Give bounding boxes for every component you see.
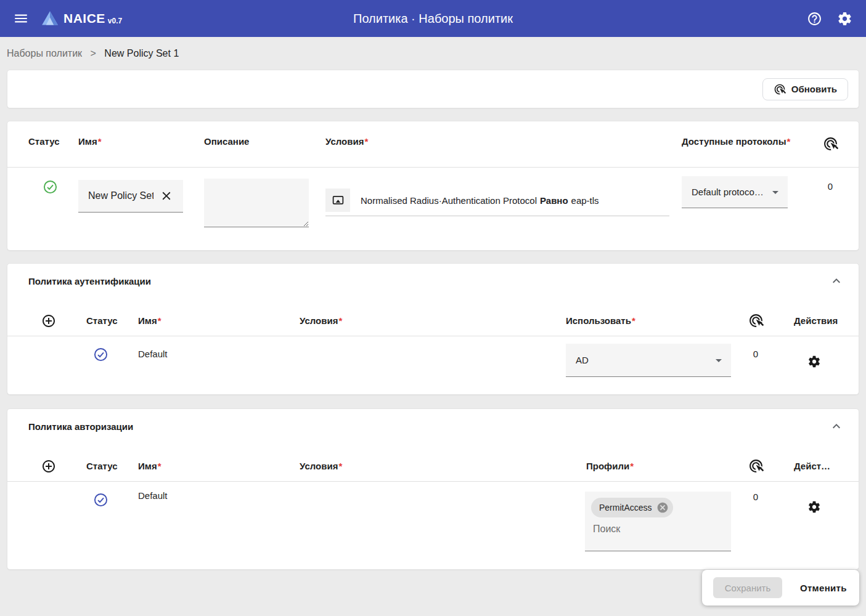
app-brand: NAICE v0.7 <box>41 10 122 27</box>
col-header-hits <box>802 136 859 152</box>
breadcrumb-current: New Policy Set 1 <box>104 48 179 59</box>
condition-type-box <box>325 188 350 212</box>
identity-store-value: AD <box>576 355 589 365</box>
policy-set-condition[interactable]: Normalised Radius·Authentication Protoco… <box>325 188 669 216</box>
policy-set-row: Normalised Radius·Authentication Protoco… <box>7 168 859 250</box>
profiles-search-input[interactable] <box>591 524 714 535</box>
breadcrumb-separator: > <box>91 48 96 59</box>
col-header-status: Статус <box>69 315 138 326</box>
authorization-rule-row: Default PermitAccess 0 <box>7 482 859 569</box>
required-asterisk: * <box>338 315 342 326</box>
profile-chip-label: PermitAccess <box>599 503 652 513</box>
protocols-select[interactable]: Default protoco… <box>682 176 788 208</box>
col-header-actions: Действия <box>780 315 859 326</box>
profile-chip: PermitAccess <box>591 498 673 517</box>
authentication-policy-card: Политика аутентификации Статус Имя* Усло… <box>7 263 859 395</box>
policy-set-description-textarea[interactable] <box>204 179 309 227</box>
add-rule-icon[interactable] <box>41 314 56 328</box>
page-title: Политика · Наборы политик <box>0 12 866 26</box>
rule-hits-count: 0 <box>731 492 780 502</box>
condition-display-icon <box>332 194 345 207</box>
col-header-conditions: Условия* <box>300 315 566 326</box>
authentication-section-title: Политика аутентификации <box>7 264 859 288</box>
help-icon[interactable] <box>807 11 822 26</box>
col-header-status: Статус <box>69 461 138 471</box>
rule-name: Default <box>138 349 300 359</box>
col-header-protocols: Доступные протоколы* <box>682 136 802 152</box>
status-enabled-icon[interactable] <box>43 180 57 194</box>
col-header-use: Использовать* <box>566 315 731 326</box>
hits-click-icon <box>774 83 786 95</box>
authorization-table-header: Статус Имя* Условия* Профили* Дейст… <box>7 434 859 482</box>
rule-hits-count: 0 <box>731 349 780 359</box>
brand-version: v0.7 <box>108 17 122 25</box>
dropdown-arrow-icon <box>711 353 726 368</box>
add-rule-icon[interactable] <box>41 459 56 474</box>
profiles-multiselect[interactable]: PermitAccess <box>585 492 731 551</box>
row-actions-gear-icon[interactable] <box>807 500 821 514</box>
refresh-button-label: Обновить <box>791 84 837 94</box>
authentication-table-header: Статус Имя* Условия* Использовать* Дейст… <box>7 288 859 336</box>
app-bar: NAICE v0.7 Политика · Наборы политик <box>0 0 866 37</box>
required-asterisk: * <box>364 136 368 147</box>
required-asterisk: * <box>158 315 161 326</box>
policy-set-table-header: Статус Имя* Описание Условия* Доступные … <box>7 121 859 168</box>
col-header-description: Описание <box>204 136 325 152</box>
authentication-rule-row: Default AD 0 <box>7 336 859 394</box>
required-asterisk: * <box>786 136 790 147</box>
cancel-button[interactable]: Отменить <box>796 582 851 594</box>
policy-set-hits-count: 0 <box>802 181 859 192</box>
menu-icon[interactable] <box>13 10 29 26</box>
footer-action-bar: Сохранить Отменить <box>702 570 859 606</box>
hits-click-icon <box>823 136 838 152</box>
authorization-section-title: Политика авторизации <box>7 409 859 434</box>
required-asterisk: * <box>158 461 161 471</box>
status-enabled-icon[interactable] <box>94 347 108 362</box>
toolbar-card: Обновить <box>7 70 859 108</box>
condition-value: eap-tls <box>571 195 599 206</box>
hits-click-icon <box>748 313 764 328</box>
appbar-actions <box>807 11 852 26</box>
protocols-select-value: Default protoco… <box>692 187 764 197</box>
col-header-hits <box>731 313 780 328</box>
required-asterisk: * <box>630 461 634 471</box>
col-header-name: Имя* <box>138 315 300 326</box>
status-enabled-icon[interactable] <box>94 493 108 507</box>
required-asterisk: * <box>98 136 102 147</box>
required-asterisk: * <box>632 315 635 326</box>
condition-text: Normalised Radius·Authentication Protoco… <box>361 195 599 206</box>
collapse-chevron-up-icon[interactable] <box>829 274 844 288</box>
save-button[interactable]: Сохранить <box>713 577 782 598</box>
identity-store-select[interactable]: AD <box>566 344 731 377</box>
rule-name: Default <box>138 490 300 501</box>
policy-set-name-input[interactable] <box>88 190 153 201</box>
breadcrumb-parent-link[interactable]: Наборы политик <box>7 48 82 59</box>
breadcrumb: Наборы политик > New Policy Set 1 <box>0 37 866 60</box>
col-header-status: Статус <box>28 136 78 152</box>
collapse-chevron-up-icon[interactable] <box>829 419 844 434</box>
condition-attribute: Normalised Radius·Authentication Protoco… <box>361 195 537 206</box>
app-logo-icon <box>41 10 59 27</box>
col-header-hits <box>731 458 780 474</box>
col-header-name: Имя* <box>78 136 204 152</box>
condition-operator: Равно <box>540 195 568 206</box>
authorization-policy-card: Политика авторизации Статус Имя* Условия… <box>7 408 859 570</box>
col-header-actions: Дейст… <box>780 461 859 471</box>
policy-set-name-field <box>78 180 183 213</box>
settings-gear-icon[interactable] <box>837 11 852 26</box>
refresh-hits-button[interactable]: Обновить <box>762 78 848 100</box>
policy-set-card: Статус Имя* Описание Условия* Доступные … <box>7 121 859 251</box>
col-header-conditions: Условия* <box>325 136 682 152</box>
row-actions-gear-icon[interactable] <box>807 355 821 368</box>
brand-name: NAICE <box>63 11 105 26</box>
hits-click-icon <box>748 458 764 474</box>
clear-name-icon[interactable] <box>160 189 173 203</box>
col-header-conditions: Условия* <box>300 461 566 471</box>
col-header-name: Имя* <box>138 461 300 471</box>
required-asterisk: * <box>338 461 342 471</box>
chip-remove-icon[interactable] <box>656 501 669 514</box>
col-header-profiles: Профили* <box>566 461 731 471</box>
dropdown-arrow-icon <box>768 185 783 200</box>
